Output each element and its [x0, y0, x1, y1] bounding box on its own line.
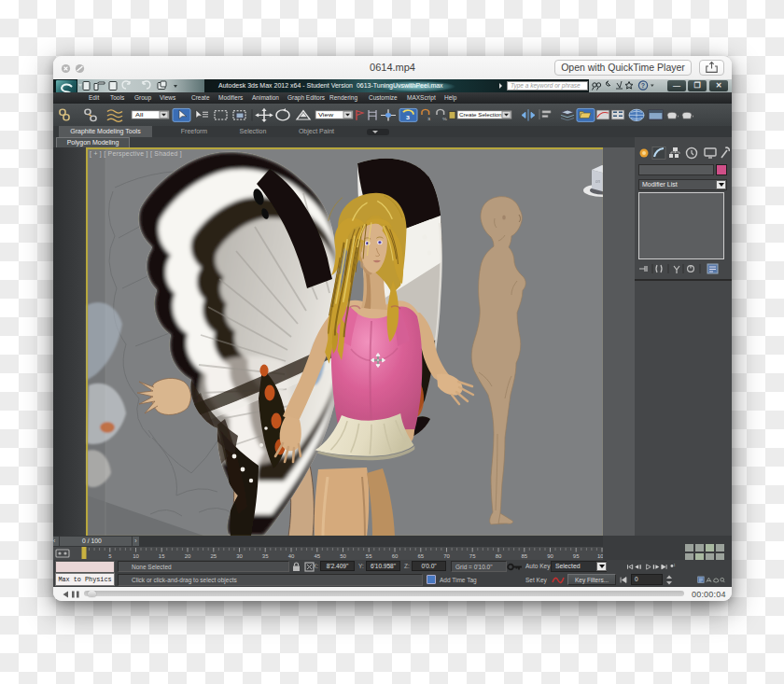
svg-text:40: 40 — [288, 553, 295, 559]
svg-text:100: 100 — [597, 553, 603, 559]
svg-text:85: 85 — [521, 553, 527, 559]
svg-text:20: 20 — [185, 553, 191, 559]
svg-text:60: 60 — [392, 553, 399, 559]
svg-text:%: % — [442, 117, 448, 120]
svg-text:on: on — [595, 179, 601, 184]
svg-text:55: 55 — [366, 553, 372, 559]
svg-text:1: 1 — [674, 564, 676, 567]
svg-text:95: 95 — [573, 553, 580, 559]
svg-text:5: 5 — [108, 553, 112, 559]
svg-text:3: 3 — [427, 117, 430, 120]
svg-text:All: All — [135, 112, 144, 118]
svg-text:45: 45 — [314, 553, 320, 559]
svg-text:3: 3 — [406, 115, 410, 120]
svg-text:80: 80 — [496, 553, 502, 559]
svg-text:35: 35 — [262, 553, 269, 559]
svg-text:90: 90 — [547, 553, 553, 559]
svg-text:10: 10 — [133, 553, 139, 559]
svg-text:70: 70 — [443, 553, 450, 559]
svg-text:75: 75 — [469, 553, 476, 559]
svg-text:30: 30 — [236, 553, 243, 559]
svg-text:50: 50 — [340, 553, 346, 559]
svg-text:15: 15 — [159, 553, 165, 559]
svg-text:65: 65 — [417, 553, 424, 559]
svg-text:?: ? — [641, 82, 645, 89]
svg-text:View: View — [318, 112, 333, 118]
svg-text:25: 25 — [210, 553, 217, 559]
